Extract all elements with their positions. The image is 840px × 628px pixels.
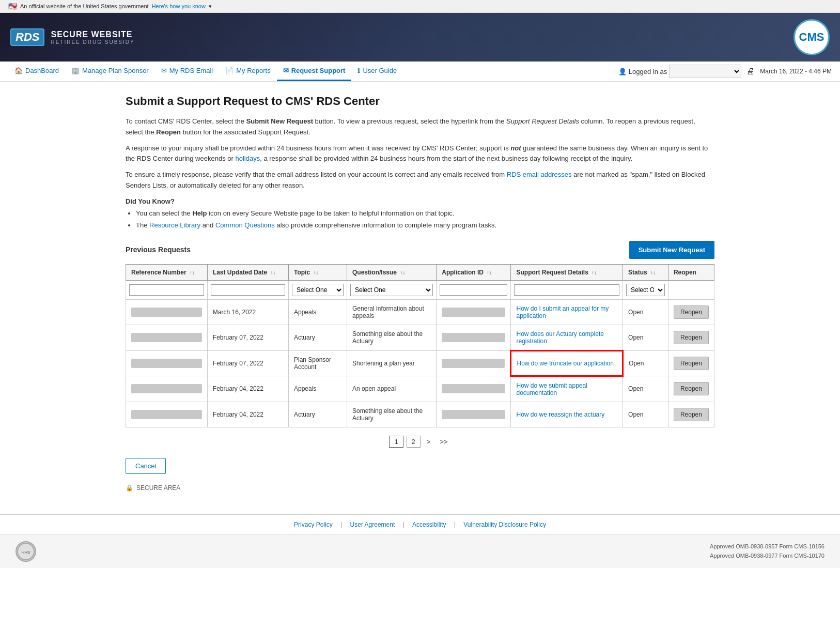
col-topic[interactable]: Topic ↑↓ [288,264,347,280]
reopen-2: Reopen [668,325,714,350]
nav-links: 🏠 DashBoard 🏢 Manage Plan Sponsor ✉ My R… [8,62,403,81]
col-reference-number[interactable]: Reference Number ↑↓ [126,264,208,280]
user-agreement-link[interactable]: User Agreement [350,521,395,528]
nav-rds-email-label: My RDS Email [169,67,213,74]
filter-appid-input[interactable] [440,284,507,296]
nav-request-support[interactable]: ✉ Request Support [277,62,352,81]
reopen-bold: Reopen [156,128,181,136]
common-questions-link[interactable]: Common Questions [215,221,275,229]
sort-appid-arrows[interactable]: ↑↓ [487,270,492,275]
accessibility-link[interactable]: Accessibility [412,521,446,528]
col-support-request-details[interactable]: Support Request Details ↑↓ [511,264,623,280]
intro-paragraph-1: To contact CMS' RDS Center, select the S… [126,116,714,138]
flag-icon: 🇺🇸 [8,2,17,10]
print-icon[interactable]: 🖨 [746,67,755,76]
reopen-button-2[interactable]: Reopen [674,331,709,344]
details-link-1[interactable]: How do I submit an appeal for my applica… [516,305,609,319]
filter-topic-select[interactable]: Select One Appeals Actuary Plan Sponsor … [292,284,344,296]
vulnerability-disclosure-link[interactable]: Vulnerability Disclosure Policy [463,521,546,528]
nav-manage-plan[interactable]: 🏢 Manage Plan Sponsor [65,62,155,81]
topic-4: Appeals [288,376,347,402]
appid-1 [437,299,511,325]
nav-dashboard-label: DashBoard [25,67,59,74]
nav-user-guide[interactable]: ℹ User Guide [351,62,403,81]
cancel-button[interactable]: Cancel [126,458,166,474]
table-body: Select One Appeals Actuary Plan Sponsor … [126,280,714,427]
site-subtitle: RETIREE DRUG SUBSIDY [51,39,134,45]
page-last[interactable]: >> [437,436,450,447]
user-icon: 👤 [618,68,627,75]
col-reference-number-label: Reference Number [131,269,186,276]
email-icon: ✉ [161,67,167,74]
heres-how-link[interactable]: Here's how you know [152,3,206,9]
privacy-policy-link[interactable]: Privacy Policy [294,521,333,528]
details-link-5[interactable]: How do we reassign the actuary [516,411,604,418]
page-2[interactable]: 2 [407,436,421,448]
col-support-details-label: Support Request Details [516,269,588,276]
reopen-button-3[interactable]: Reopen [674,357,709,370]
nav-dashboard[interactable]: 🏠 DashBoard [8,62,65,81]
col-application-id[interactable]: Application ID ↑↓ [437,264,511,280]
appid-4 [437,376,511,402]
support-icon: ✉ [283,67,289,74]
nav-my-reports-label: My Reports [236,67,270,74]
separator-1: | [340,521,342,528]
table-row: February 07, 2022 Actuary Something else… [126,325,714,350]
reopen-button-4[interactable]: Reopen [674,382,709,395]
ref-num-4 [126,376,208,402]
col-last-updated[interactable]: Last Updated Date ↑↓ [207,264,288,280]
col-question[interactable]: Question/Issue ↑↓ [347,264,437,280]
filter-question: Select One General information about app… [347,280,437,299]
sort-topic-arrows[interactable]: ↑↓ [313,270,318,275]
rds-logo: RDS [10,28,44,46]
filter-topic: Select One Appeals Actuary Plan Sponsor … [288,280,347,299]
resource-library-link[interactable]: Resource Library [149,221,200,229]
site-header: RDS SECURE WEBSITE RETIREE DRUG SUBSIDY … [0,13,840,62]
col-status[interactable]: Status ↑↓ [623,264,668,280]
page-1[interactable]: 1 [389,436,403,448]
filter-date-input[interactable] [211,284,285,296]
details-1: How do I submit an appeal for my applica… [511,299,623,325]
nav-rds-email[interactable]: ✉ My RDS Email [155,62,220,81]
user-dropdown[interactable] [669,65,741,78]
sort-date-arrows[interactable]: ↑↓ [271,270,276,275]
omb-line-2: Approved OMB-0938-0977 Form CMS-10170 [710,552,825,561]
status-4: Open [623,376,668,402]
reopen-button-5[interactable]: Reopen [674,408,709,421]
table-row: February 07, 2022 Plan Sponsor Account S… [126,350,714,376]
page-next[interactable]: > [424,436,434,447]
sort-reference-arrows[interactable]: ↑↓ [190,270,195,275]
nav-my-reports[interactable]: 📄 My Reports [219,62,276,81]
date-1: March 16, 2022 [207,299,288,325]
ref-num-block-4 [131,384,202,393]
sort-question-arrows[interactable]: ↑↓ [400,270,405,275]
requests-table: Reference Number ↑↓ Last Updated Date ↑↓… [126,264,714,427]
details-4: How do we submit appeal documentation [511,376,623,402]
reopen-button-1[interactable]: Reopen [674,305,709,319]
rds-email-addresses-link[interactable]: RDS email addresses [507,171,572,178]
appid-block-2 [442,333,505,342]
sort-details-arrows[interactable]: ↑↓ [592,270,597,275]
appid-5 [437,402,511,427]
status-1: Open [623,299,668,325]
holidays-link[interactable]: holidays [235,155,260,162]
filter-status-select[interactable]: Select One Open Closed [626,284,665,296]
sort-status-arrows[interactable]: ↑↓ [650,270,656,275]
nav-request-support-label: Request Support [291,67,346,74]
site-title-area: SECURE WEBSITE RETIREE DRUG SUBSIDY [51,30,134,45]
filter-question-select[interactable]: Select One General information about app… [350,284,433,296]
not-guaranteed-text: not [510,144,521,152]
details-link-3[interactable]: How do we truncate our application [517,360,613,367]
home-icon: 🏠 [14,67,23,74]
col-question-label: Question/Issue [352,269,397,276]
dropdown-arrow: ▾ [209,3,212,10]
details-link-2[interactable]: How does our Actuary complete registrati… [516,330,603,345]
ref-num-1 [126,299,208,325]
date-5: February 04, 2022 [207,402,288,427]
filter-details-input[interactable] [514,284,619,296]
submit-new-request-button[interactable]: Submit New Request [629,241,714,259]
filter-reference-input[interactable] [129,284,204,296]
question-3: Shortening a plan year [347,350,437,376]
appid-block-4 [442,384,505,393]
details-link-4[interactable]: How do we submit appeal documentation [516,382,587,396]
